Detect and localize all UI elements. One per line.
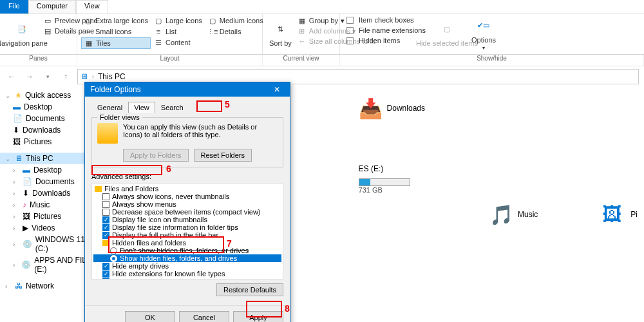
folder-pictures[interactable]: 🖼 Pi <box>602 97 638 322</box>
reset-folders-button[interactable]: Reset Folders <box>194 149 252 162</box>
advanced-settings-tree[interactable]: Files and FoldersAlways show icons, neve… <box>91 183 283 279</box>
sort-by-button[interactable]: ⇅ Sort by <box>267 15 294 52</box>
filename-ext-toggle[interactable]: File name extensions <box>344 26 428 35</box>
expand-icon: › <box>5 283 12 290</box>
layout-medium-icons[interactable]: ▢Medium icons <box>205 15 266 26</box>
annotation-number-5: 5 <box>225 99 230 109</box>
tree-item[interactable]: ✓Display file icon on thumbnails <box>93 216 281 223</box>
layout-large-icons[interactable]: ▢Large icons <box>151 15 205 26</box>
chevron-down-icon: ▾ <box>482 45 485 51</box>
sort-icon: ⇅ <box>271 20 289 38</box>
tree-item[interactable]: Always show menus <box>93 200 281 208</box>
layout-xl-label: Extra large icons <box>95 17 148 24</box>
layout-icon: ▦ <box>84 39 93 48</box>
hide-selected-button[interactable]: ▢ Hide selected items <box>429 15 465 52</box>
downloads-icon: ⬇ <box>23 189 29 198</box>
folder-downloads[interactable]: 📥 Downloads <box>359 97 425 119</box>
folder-icon <box>95 186 102 192</box>
folder-label: Pi <box>630 210 638 219</box>
back-button[interactable]: ← <box>5 72 18 81</box>
folder-music[interactable]: 🎵 Music <box>489 97 538 322</box>
folder-views-legend: Folder views <box>97 113 142 121</box>
tab-view[interactable]: View <box>76 0 108 14</box>
tree-item[interactable]: Decrease space between items (compact vi… <box>93 208 281 216</box>
annotation-number-8: 8 <box>285 303 290 314</box>
drive-card[interactable]: ES (E:) 731 GB <box>359 164 425 194</box>
currentview-group-title: Current view <box>263 55 340 66</box>
tree-item[interactable]: Don't show hidden files, folders, or dri… <box>93 247 281 254</box>
desktop-icon: ▬ <box>13 102 21 111</box>
layout-xl-icons[interactable]: ▢Extra large icons <box>81 15 151 26</box>
layout-small-icons[interactable]: ▫Small icons <box>81 26 151 37</box>
options-button[interactable]: ✔▭ Options ▾ <box>466 15 502 52</box>
layout-icon: ▢ <box>154 16 163 25</box>
tab-file[interactable]: File <box>0 0 28 14</box>
dlg-tab-search[interactable]: Search <box>155 102 189 113</box>
ok-button[interactable]: OK <box>125 311 175 322</box>
sidebar-label: Music <box>30 200 50 209</box>
tree-item[interactable]: ✓Hide extensions for known file types <box>93 270 281 278</box>
dialog-title-text: Folder Options <box>90 85 141 94</box>
tree-item[interactable]: ✓Display the full path in the title bar <box>93 231 281 239</box>
tree-root[interactable]: Files and Folders <box>93 185 281 193</box>
layout-details[interactable]: ⋮≡Details <box>205 26 266 37</box>
pc-icon: 🖥 <box>80 72 88 81</box>
folder-options-dialog: Folder Options ✕ General View Search Fol… <box>84 82 290 322</box>
item-checkboxes-toggle[interactable]: Item check boxes <box>344 15 428 24</box>
pictures-icon: 🖼 <box>13 137 21 146</box>
filename-ext-label: File name extensions <box>359 26 426 34</box>
checkbox-icon: ✓ <box>102 270 109 278</box>
checkbox-icon <box>102 201 109 208</box>
tree-label: Files and Folders <box>104 185 158 193</box>
sidebar-label: Documents <box>26 114 65 123</box>
restore-defaults-button[interactable]: Restore Defaults <box>216 283 283 296</box>
documents-icon: 📄 <box>13 114 23 123</box>
recent-dropdown[interactable]: ▾ <box>41 73 54 80</box>
group-icon: ▦ <box>298 16 307 25</box>
layout-tiles[interactable]: ▦Tiles <box>81 37 151 49</box>
expand-icon: › <box>13 167 19 174</box>
tree-item[interactable]: Show hidden files, folders, and drives <box>93 254 281 262</box>
network-icon: 🖧 <box>15 281 23 290</box>
tree-label: Decrease space between items (compact vi… <box>112 208 260 216</box>
ribbon: 📑 Navigation pane ▭Preview pane ▤Details… <box>0 14 644 55</box>
dlg-tab-general[interactable]: General <box>91 102 128 113</box>
advanced-settings-label: Advanced settings: <box>91 173 283 180</box>
documents-icon: 📄 <box>23 177 32 186</box>
close-button[interactable]: ✕ <box>269 85 285 94</box>
up-button[interactable]: ↑ <box>59 72 72 81</box>
hide-icon: ▢ <box>438 20 456 38</box>
apply-to-folders-button[interactable]: Apply to Folders <box>123 149 188 162</box>
nav-pane-icon: 📑 <box>13 20 31 38</box>
item-checkboxes-label: Item check boxes <box>359 16 414 24</box>
layout-content[interactable]: ☰Content <box>151 37 205 48</box>
ribbon-group-titles: Panes Layout Current view Show/hide <box>0 55 644 66</box>
nav-pane-button[interactable]: 📑 Navigation pane <box>4 15 40 52</box>
tree-item[interactable]: ✓Hide folder merge conflicts <box>93 278 281 279</box>
hidden-items-label: Hidden items <box>359 37 400 44</box>
apply-button[interactable]: Apply <box>233 311 283 322</box>
tree-item[interactable]: ✓Hide empty drives <box>93 262 281 270</box>
pictures-icon: 🖼 <box>23 212 30 221</box>
dlg-tab-view[interactable]: View <box>128 102 155 113</box>
tree-label: Hide empty drives <box>112 262 169 270</box>
layout-list[interactable]: ≡List <box>151 26 205 37</box>
tree-label: Show hidden files, folders, and drives <box>120 254 237 262</box>
checkbox-icon <box>346 17 354 24</box>
sort-by-label: Sort by <box>269 39 292 47</box>
expand-icon: › <box>13 261 18 269</box>
layout-icon: ☰ <box>154 38 163 47</box>
checkbox-icon: ✓ <box>102 216 109 223</box>
cancel-button[interactable]: Cancel <box>179 311 229 322</box>
tree-item[interactable]: ✓Display file size information in folder… <box>93 223 281 231</box>
tree-item[interactable]: Hidden files and folders <box>93 239 281 247</box>
sidebar-label: Desktop <box>33 166 62 175</box>
checkbox-icon: ✓ <box>102 232 109 239</box>
annotation-number-7: 7 <box>227 238 232 249</box>
layout-list-label: List <box>166 28 176 35</box>
sidebar-label: Pictures <box>24 137 52 146</box>
forward-button[interactable]: → <box>23 72 36 81</box>
sidebar-label: Documents <box>35 177 75 186</box>
tab-computer[interactable]: Computer <box>28 0 76 14</box>
tree-item[interactable]: Always show icons, never thumbnails <box>93 193 281 200</box>
